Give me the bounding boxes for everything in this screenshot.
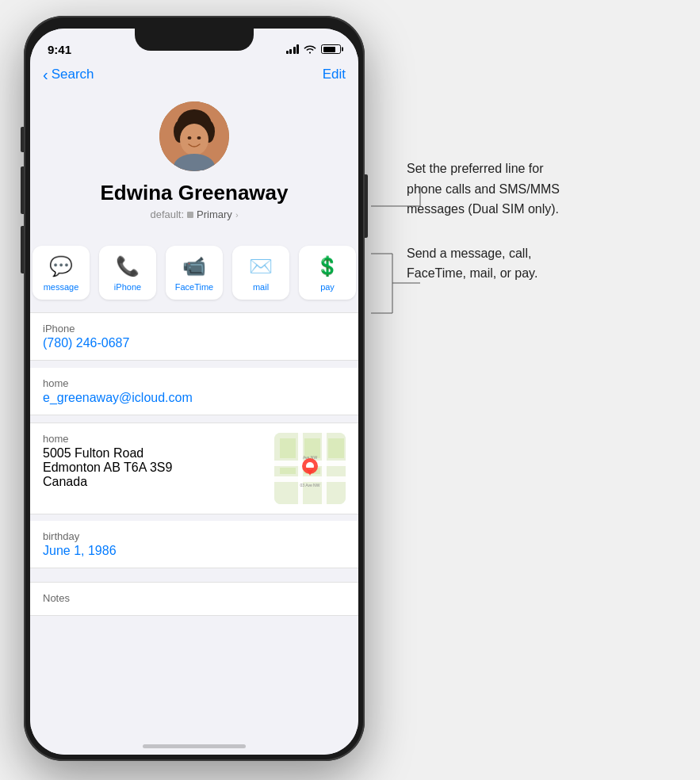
annotation-dual-sim: Set the preferred line for phone calls a… — [407, 159, 676, 220]
svg-point-8 — [197, 136, 201, 140]
contact-default-line[interactable]: default: Primary › — [150, 208, 238, 220]
sim-dot-icon — [187, 212, 193, 218]
primary-label: Primary — [197, 208, 232, 220]
birthday-section[interactable]: birthday June 1, 1986 — [30, 521, 358, 568]
annotation-actions: Send a message, call, FaceTime, mail, or… — [407, 243, 676, 284]
annotation-actions-text: Send a message, call, FaceTime, mail, or… — [407, 243, 676, 284]
contact-header: Edwina Greenaway default: Primary › — [30, 89, 358, 236]
edit-button[interactable]: Edit — [323, 67, 346, 82]
phone-button-label: iPhone — [114, 282, 141, 292]
phone-frame: 9:41 ‹ Search Edit — [24, 16, 365, 761]
section-gap-4 — [30, 569, 358, 575]
phone-section[interactable]: iPhone (780) 246-0687 — [30, 312, 358, 361]
birthday-value[interactable]: June 1, 1986 — [43, 544, 346, 558]
volume-down-button[interactable] — [21, 226, 24, 273]
address-line1: 5005 Fulton Road — [43, 446, 265, 461]
mail-button[interactable]: ✉️ mail — [232, 246, 289, 300]
address-line2: Edmonton AB T6A 3S9 — [43, 461, 265, 475]
birthday-label: birthday — [43, 530, 346, 542]
phone-number[interactable]: (780) 246-0687 — [43, 336, 346, 350]
address-type-label: home — [43, 433, 265, 445]
section-gap-3 — [30, 514, 358, 521]
svg-point-5 — [180, 124, 208, 155]
status-time: 9:41 — [48, 43, 71, 56]
phone-button[interactable]: 📞 iPhone — [99, 246, 156, 300]
pay-button[interactable]: 💲 pay — [299, 246, 356, 300]
status-icons — [286, 44, 342, 54]
email-section[interactable]: home e_greenaway@icloud.com — [30, 368, 358, 415]
power-button[interactable] — [365, 174, 368, 238]
email-address[interactable]: e_greenaway@icloud.com — [43, 391, 346, 405]
back-label: Search — [52, 67, 94, 82]
facetime-button-label: FaceTime — [175, 282, 214, 292]
address-text: home 5005 Fulton Road Edmonton AB T6A 3S… — [43, 433, 265, 489]
phone-type-label: iPhone — [43, 323, 346, 335]
pay-icon: 💲 — [316, 255, 339, 277]
svg-rect-12 — [298, 433, 303, 504]
svg-rect-11 — [274, 476, 346, 482]
svg-rect-17 — [280, 468, 296, 474]
avatar — [159, 101, 229, 171]
pay-button-label: pay — [320, 282, 335, 292]
mail-button-label: mail — [253, 282, 269, 292]
section-gap-1 — [30, 361, 358, 368]
facetime-icon: 📹 — [182, 255, 206, 277]
facetime-button[interactable]: 📹 FaceTime — [166, 246, 223, 300]
home-indicator[interactable] — [143, 744, 246, 748]
scroll-content[interactable]: iPhone (780) 246-0687 home e_greenaway@i… — [30, 312, 358, 755]
notch — [135, 29, 254, 51]
signal-icon — [286, 44, 300, 54]
volume-up-button[interactable] — [21, 166, 24, 214]
phone-screen: 9:41 ‹ Search Edit — [30, 29, 358, 755]
action-buttons-row: 💬 message 📞 iPhone 📹 FaceTime ✉️ mail 💲 … — [30, 236, 358, 312]
default-chevron-icon: › — [235, 210, 239, 220]
message-icon: 💬 — [49, 255, 73, 277]
svg-rect-16 — [328, 438, 344, 458]
mail-icon: ✉️ — [249, 255, 273, 277]
address-section[interactable]: home 5005 Fulton Road Edmonton AB T6A 3S… — [30, 422, 358, 514]
contact-name: Edwina Greenaway — [101, 181, 289, 205]
svg-text:03 Ave NW: 03 Ave NW — [300, 483, 320, 488]
notes-section[interactable]: Notes — [30, 582, 358, 616]
map-thumbnail[interactable]: Ave NW 03 Ave NW — [274, 433, 346, 504]
battery-icon — [321, 44, 341, 54]
annotation-area: Set the preferred line for phone calls a… — [407, 159, 676, 284]
svg-rect-13 — [322, 433, 327, 504]
svg-point-7 — [188, 136, 192, 140]
section-gap-2 — [30, 416, 358, 422]
wifi-icon — [304, 44, 316, 54]
back-button[interactable]: ‹ Search — [43, 67, 94, 82]
notes-label: Notes — [43, 592, 346, 604]
phone-icon: 📞 — [116, 255, 140, 277]
address-line3: Canada — [43, 475, 265, 489]
mute-button[interactable] — [21, 127, 24, 152]
svg-rect-14 — [280, 438, 296, 458]
message-button[interactable]: 💬 message — [33, 246, 90, 300]
message-button-label: message — [44, 282, 79, 292]
nav-bar: ‹ Search Edit — [30, 63, 358, 89]
back-chevron-icon: ‹ — [43, 67, 48, 82]
default-label: default: — [150, 208, 184, 220]
annotation-dual-sim-text: Set the preferred line for phone calls a… — [407, 159, 676, 220]
email-type-label: home — [43, 377, 346, 389]
